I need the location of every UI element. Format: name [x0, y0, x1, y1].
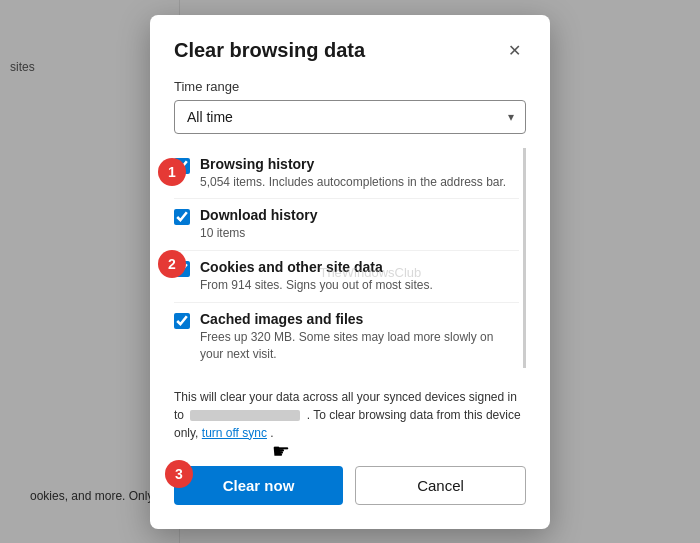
- clear-browsing-data-modal: TheWindowsClub Clear browsing data ✕ Tim…: [150, 15, 550, 529]
- cached-images-label: Cached images and files: [200, 311, 519, 327]
- modal-overlay: TheWindowsClub Clear browsing data ✕ Tim…: [0, 0, 700, 543]
- time-range-wrapper: Last hour Last 24 hours Last 7 days Last…: [174, 100, 526, 134]
- time-range-select[interactable]: Last hour Last 24 hours Last 7 days Last…: [174, 100, 526, 134]
- sync-notice: This will clear your data across all you…: [174, 380, 526, 450]
- sync-blurred-text: [190, 410, 300, 421]
- clear-now-button[interactable]: Clear now: [174, 466, 343, 505]
- modal-footer: Clear now Cancel: [174, 466, 526, 505]
- cookies-label: Cookies and other site data: [200, 259, 433, 275]
- close-button[interactable]: ✕: [502, 39, 526, 63]
- cookies-labels: Cookies and other site data From 914 sit…: [200, 259, 433, 294]
- cookies-item: Cookies and other site data From 914 sit…: [174, 251, 519, 303]
- browsing-history-desc: 5,054 items. Includes autocompletions in…: [200, 174, 506, 191]
- browsing-history-label: Browsing history: [200, 156, 506, 172]
- badge-1: 1: [158, 158, 186, 186]
- cancel-button[interactable]: Cancel: [355, 466, 526, 505]
- modal-title: Clear browsing data: [174, 39, 365, 62]
- modal-header: Clear browsing data ✕: [174, 39, 526, 63]
- cookies-desc: From 914 sites. Signs you out of most si…: [200, 277, 433, 294]
- cached-images-labels: Cached images and files Frees up 320 MB.…: [200, 311, 519, 363]
- cached-images-checkbox[interactable]: [174, 313, 190, 329]
- sync-suffix: .: [270, 426, 273, 440]
- time-range-label: Time range: [174, 79, 526, 94]
- badge-2: 2: [158, 250, 186, 278]
- download-history-checkbox[interactable]: [174, 209, 190, 225]
- download-history-labels: Download history 10 items: [200, 207, 317, 242]
- download-history-desc: 10 items: [200, 225, 317, 242]
- download-history-item: Download history 10 items: [174, 199, 519, 251]
- badge-3: 3: [165, 460, 193, 488]
- turn-off-sync-link[interactable]: turn off sync: [202, 426, 267, 440]
- browsing-history-item: Browsing history 5,054 items. Includes a…: [174, 148, 519, 200]
- cached-images-item: Cached images and files Frees up 320 MB.…: [174, 303, 519, 368]
- cached-images-desc: Frees up 320 MB. Some sites may load mor…: [200, 329, 519, 363]
- browsing-history-labels: Browsing history 5,054 items. Includes a…: [200, 156, 506, 191]
- download-history-label: Download history: [200, 207, 317, 223]
- checkboxes-container: Browsing history 5,054 items. Includes a…: [174, 148, 526, 368]
